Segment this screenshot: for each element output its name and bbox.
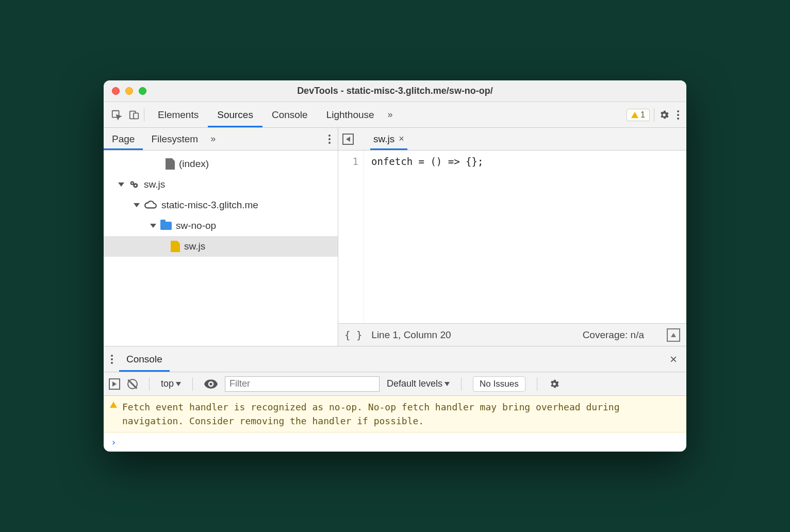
divider [654,108,654,122]
tab-console[interactable]: Console [262,102,317,127]
tree-label: sw.js [184,241,205,252]
tree-item-file-swjs[interactable]: sw.js [104,236,338,257]
console-filter-input[interactable] [225,376,380,392]
drawer-menu-icon[interactable] [109,355,115,364]
devtools-window: DevTools - static-misc-3.glitch.me/sw-no… [104,80,686,452]
editor-pane: sw.js × 1 onfetch = () => {}; { } Line 1… [338,128,686,346]
expand-icon [118,182,124,187]
editor-statusbar: { } Line 1, Column 20 Coverage: n/a [338,323,686,346]
log-level-selector[interactable]: Default levels [387,378,450,389]
navigator-menu-icon[interactable] [326,135,333,144]
svg-rect-2 [134,113,138,119]
editor-tabbar: sw.js × [338,128,686,151]
drawer-tab-console[interactable]: Console [119,346,170,372]
service-worker-icon [128,179,140,190]
execution-context-icon[interactable] [109,378,120,390]
console-warning-row[interactable]: Fetch event handler is recognized as no-… [104,396,686,433]
file-icon [166,158,175,170]
warning-icon [631,112,638,118]
kebab-menu-icon[interactable] [675,110,681,120]
close-window-button[interactable] [112,87,120,95]
divider [537,377,537,391]
maximize-window-button[interactable] [139,87,146,95]
folder-icon [160,222,172,230]
clear-console-icon[interactable] [127,379,138,389]
navigator-pane: Page Filesystem » (index) [104,128,338,346]
context-selector[interactable]: top [161,378,181,389]
navigate-back-icon[interactable] [342,134,354,145]
tree-label: static-misc-3.glitch.me [161,200,258,211]
more-tabs-icon[interactable]: » [384,109,397,120]
tab-lighthouse[interactable]: Lighthouse [317,102,384,127]
warning-count-chip[interactable]: 1 [627,109,650,121]
line-gutter: 1 [338,151,364,323]
navigator-tabs: Page Filesystem » [104,128,338,151]
cursor-position: Line 1, Column 20 [371,329,451,341]
warning-icon [110,402,117,408]
svg-point-7 [209,383,212,385]
tab-elements[interactable]: Elements [149,102,208,127]
divider [461,377,462,391]
editor-tab-label: sw.js [373,134,394,145]
divider [149,377,150,391]
settings-gear-icon[interactable] [659,109,670,121]
issues-chip[interactable]: No Issues [473,376,525,392]
console-toolbar: top Default levels No Issues [104,372,686,396]
tree-label: (index) [179,158,209,170]
expand-icon [134,203,140,207]
expand-icon [150,224,156,228]
more-subtabs-icon[interactable]: » [206,134,220,144]
line-number: 1 [338,156,358,167]
subtab-filesystem[interactable]: Filesystem [143,128,206,150]
cloud-icon [144,201,157,210]
svg-point-6 [135,185,136,186]
window-controls [104,87,146,95]
console-warning-text: Fetch event handler is recognized as no-… [122,400,680,428]
file-tree: (index) sw.js static-misc-3.glitch.me [104,151,338,346]
coverage-status: Coverage: n/a [583,329,644,341]
window-title: DevTools - static-misc-3.glitch.me/sw-no… [104,86,686,96]
divider [192,377,193,391]
show-coverage-icon[interactable] [667,328,680,342]
tree-item-sw-group[interactable]: sw.js [104,174,338,195]
minimize-window-button[interactable] [125,87,133,95]
main-tabbar: Elements Sources Console Lighthouse » 1 [104,102,686,128]
tree-item-host[interactable]: static-misc-3.glitch.me [104,195,338,215]
console-output: Fetch event handler is recognized as no-… [104,396,686,452]
code-editor[interactable]: 1 onfetch = () => {}; [338,151,686,323]
log-level-label: Default levels [387,378,442,389]
warning-count: 1 [640,110,645,120]
dropdown-icon [445,382,450,386]
tree-label: sw-no-op [176,220,216,231]
divider [144,108,144,122]
tab-sources[interactable]: Sources [208,102,262,127]
context-label: top [161,378,174,389]
js-file-icon [171,241,180,252]
console-prompt[interactable]: › [104,433,686,452]
titlebar: DevTools - static-misc-3.glitch.me/sw-no… [104,80,686,102]
device-toggle-icon[interactable] [122,109,140,121]
tree-item-index[interactable]: (index) [104,154,338,174]
close-tab-icon[interactable]: × [399,134,404,144]
code-content: onfetch = () => {}; [364,151,483,323]
tree-label: sw.js [144,179,165,190]
subtab-page[interactable]: Page [104,128,143,150]
close-drawer-icon[interactable]: × [666,352,681,367]
tree-item-folder[interactable]: sw-no-op [104,215,338,236]
svg-point-5 [131,182,133,184]
inspect-element-icon[interactable] [104,109,122,121]
console-settings-gear-icon[interactable] [549,378,560,390]
dropdown-icon [176,382,181,386]
pretty-print-icon[interactable]: { } [344,329,362,341]
live-expression-icon[interactable] [204,379,218,389]
drawer-tabbar: Console × [104,346,686,372]
editor-tab-swjs[interactable]: sw.js × [370,128,407,150]
sources-panel: Page Filesystem » (index) [104,128,686,346]
